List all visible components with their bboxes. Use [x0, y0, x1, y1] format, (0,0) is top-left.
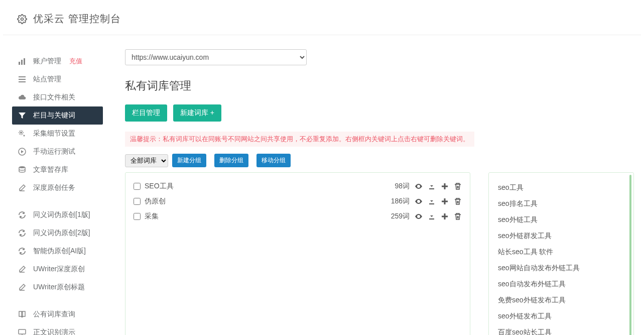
- database-icon: [18, 166, 26, 174]
- sidebar-item-label: 手动运行测试: [33, 147, 75, 156]
- plus-icon[interactable]: [441, 182, 449, 190]
- sidebar-item[interactable]: UWriter深度原创: [12, 260, 103, 278]
- eye-icon[interactable]: [415, 197, 423, 205]
- edit-icon: [18, 283, 26, 291]
- svg-rect-5: [19, 79, 26, 80]
- download-icon[interactable]: [428, 197, 436, 205]
- keyword-item[interactable]: 免费seo外链发布工具: [498, 292, 624, 308]
- site-select[interactable]: https://www.ucaiyun.com: [125, 49, 307, 65]
- sidebar-item[interactable]: 正文识别演示: [12, 323, 103, 335]
- sidebar-item[interactable]: 站点管理: [12, 70, 103, 88]
- row-checkbox[interactable]: [134, 183, 141, 190]
- wordlib-name[interactable]: 伪原创: [145, 197, 166, 206]
- svg-rect-1: [19, 62, 20, 65]
- trash-icon[interactable]: [454, 182, 462, 190]
- svg-rect-2: [21, 60, 23, 65]
- sidebar-item[interactable]: 账户管理充值: [12, 52, 103, 70]
- svg-point-7: [20, 132, 22, 134]
- svg-rect-6: [19, 81, 26, 82]
- sidebar-item-label: 站点管理: [33, 75, 61, 84]
- monitor-icon: [18, 328, 26, 335]
- svg-rect-15: [442, 201, 448, 202]
- column-manage-button[interactable]: 栏目管理: [125, 104, 167, 122]
- trash-icon[interactable]: [454, 197, 462, 205]
- sidebar-item[interactable]: 智能伪原创[AI版]: [12, 242, 103, 260]
- keyword-item[interactable]: 站长seo工具 软件: [498, 244, 624, 260]
- plus-icon[interactable]: [441, 212, 449, 220]
- keyword-list-panel: seo工具seo排名工具seo外链工具seo外链群发工具站长seo工具 软件se…: [488, 172, 634, 335]
- sidebar-item[interactable]: 手动运行测试: [12, 143, 103, 161]
- svg-rect-17: [442, 216, 448, 217]
- wordlib-list-panel: SEO工具98词伪原创186词采集259词: [125, 172, 470, 335]
- recharge-badge[interactable]: 充值: [69, 57, 82, 66]
- keyword-item[interactable]: seo外链群发工具: [498, 228, 624, 244]
- app-title: 优采云 管理控制台: [33, 12, 121, 26]
- svg-rect-4: [19, 76, 26, 77]
- keyword-item[interactable]: seo自动发布外链工具: [498, 276, 624, 292]
- keyword-item[interactable]: seo外链发布工具: [498, 308, 624, 324]
- sidebar-item-label: 栏目与关键词: [33, 111, 75, 120]
- cogs-icon: [18, 130, 26, 138]
- main-content: https://www.ucaiyun.com 私有词库管理 栏目管理 新建词库…: [108, 42, 644, 335]
- keyword-item[interactable]: 百度seo站长工具: [498, 324, 624, 335]
- download-icon[interactable]: [428, 212, 436, 220]
- page-title: 私有词库管理: [125, 78, 634, 93]
- move-group-button[interactable]: 移动分组: [256, 154, 291, 167]
- edit-icon: [18, 265, 26, 273]
- refresh-icon: [18, 247, 26, 255]
- new-group-button[interactable]: 新建分组: [172, 154, 206, 167]
- keyword-item[interactable]: seo工具: [498, 180, 624, 196]
- sidebar-item-label: 正文识别演示: [33, 328, 75, 335]
- svg-rect-3: [24, 58, 25, 65]
- sidebar-item[interactable]: 公有词库查询: [12, 305, 103, 323]
- sidebar-item-label: 文章暂存库: [33, 165, 68, 174]
- sidebar-item-label: 接口文件相关: [33, 93, 75, 102]
- download-icon[interactable]: [428, 182, 436, 190]
- sidebar-item[interactable]: 同义词伪原创[2版]: [12, 224, 103, 242]
- word-count: 259词: [391, 212, 410, 221]
- sidebar-item[interactable]: 采集细节设置: [12, 125, 103, 143]
- group-toolbar: 全部词库 新建分组 删除分组 移动分组: [125, 154, 634, 167]
- play-icon: [18, 148, 26, 156]
- bar-chart-icon: [18, 57, 26, 65]
- cloud-icon: [18, 93, 26, 101]
- eye-icon[interactable]: [415, 212, 423, 220]
- svg-rect-13: [442, 186, 448, 187]
- sidebar-item[interactable]: 栏目与关键词: [12, 106, 103, 125]
- wordlib-name[interactable]: SEO工具: [145, 182, 174, 191]
- sidebar-item-label: 公有词库查询: [33, 310, 75, 319]
- sidebar-item[interactable]: UWriter原创标题: [12, 278, 103, 296]
- book-icon: [18, 310, 26, 318]
- word-count: 98词: [395, 182, 410, 191]
- svg-point-0: [21, 18, 24, 20]
- keyword-item[interactable]: seo网站自动发布外链工具: [498, 260, 624, 276]
- group-select[interactable]: 全部词库: [125, 154, 168, 167]
- row-checkbox[interactable]: [134, 213, 141, 220]
- sidebar-item[interactable]: 同义词伪原创[1版]: [12, 206, 103, 224]
- wordlib-name[interactable]: 采集: [145, 212, 159, 221]
- sidebar-item[interactable]: 接口文件相关: [12, 88, 103, 106]
- sidebar-item-label: UWriter深度原创: [33, 265, 85, 274]
- wordlib-row: 伪原创186词: [134, 194, 462, 209]
- sidebar-item[interactable]: 深度原创任务: [12, 179, 103, 197]
- warning-tip: 温馨提示：私有词库可以在同账号不同网站之间共享使用，不必重复添加。右侧框内关键词…: [125, 132, 474, 147]
- eye-icon[interactable]: [415, 182, 423, 190]
- keyword-item[interactable]: seo排名工具: [498, 196, 624, 212]
- wordlib-row: 采集259词: [134, 209, 462, 224]
- delete-group-button[interactable]: 删除分组: [214, 154, 248, 167]
- sidebar-item[interactable]: 文章暂存库: [12, 161, 103, 179]
- word-count: 186词: [391, 197, 410, 206]
- new-wordlib-button[interactable]: 新建词库 +: [173, 104, 221, 122]
- row-checkbox[interactable]: [134, 198, 141, 205]
- trash-icon[interactable]: [454, 212, 462, 220]
- sidebar-item-label: 同义词伪原创[1版]: [33, 210, 90, 219]
- edit-icon: [18, 184, 26, 192]
- svg-rect-11: [19, 329, 26, 334]
- sidebar: 账户管理充值站点管理接口文件相关栏目与关键词采集细节设置手动运行测试文章暂存库深…: [0, 42, 108, 335]
- plus-icon[interactable]: [441, 197, 449, 205]
- filter-icon: [18, 111, 26, 120]
- sidebar-item-label: 同义词伪原创[2版]: [33, 229, 90, 238]
- keyword-item[interactable]: seo外链工具: [498, 212, 624, 228]
- top-bar: 优采云 管理控制台: [3, 3, 641, 35]
- sidebar-item-label: UWriter原创标题: [33, 283, 85, 292]
